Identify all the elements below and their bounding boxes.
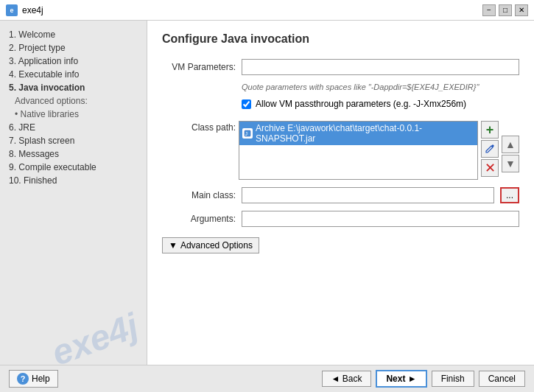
main-class-row: Main class: ... bbox=[162, 187, 519, 203]
remove-classpath-button[interactable]: ✕ bbox=[481, 159, 499, 177]
move-down-button[interactable]: ▼ bbox=[502, 155, 519, 172]
sidebar-item-app-info[interactable]: 3. Application info bbox=[6, 55, 141, 68]
advanced-options-section: ▼ Advanced Options bbox=[162, 237, 519, 253]
maximize-button[interactable]: □ bbox=[499, 4, 512, 16]
classpath-item-label: Archive E:\javawork\chat\target\chat-0.0… bbox=[256, 123, 474, 144]
main-class-input[interactable] bbox=[242, 187, 494, 203]
page-title: Configure Java invocation bbox=[162, 32, 519, 46]
vm-passthrough-row: Allow VM passthrough parameters (e.g. -J… bbox=[242, 99, 519, 109]
help-icon: ? bbox=[17, 373, 29, 385]
back-button[interactable]: ◄ Back bbox=[322, 371, 372, 387]
edit-classpath-button[interactable] bbox=[481, 140, 499, 158]
vm-params-row: VM Parameters: bbox=[162, 59, 519, 75]
arguments-row: Arguments: bbox=[162, 211, 519, 227]
sidebar-item-project-type[interactable]: 2. Project type bbox=[6, 41, 141, 55]
arguments-input[interactable] bbox=[242, 211, 519, 227]
move-up-button[interactable]: ▲ bbox=[502, 136, 519, 153]
main-class-label: Main class: bbox=[162, 190, 236, 200]
cancel-button[interactable]: Cancel bbox=[479, 371, 525, 387]
help-label: Help bbox=[32, 374, 50, 384]
close-button[interactable]: ✕ bbox=[515, 4, 528, 16]
title-bar: e exe4j − □ ✕ bbox=[0, 0, 534, 21]
add-classpath-button[interactable]: + bbox=[481, 121, 499, 139]
title-bar-left: e exe4j bbox=[6, 4, 43, 16]
minimize-button[interactable]: − bbox=[482, 4, 496, 16]
classpath-item[interactable]: J Archive E:\javawork\chat\target\chat-0… bbox=[239, 122, 477, 145]
sidebar-item-exe-info[interactable]: 4. Executable info bbox=[6, 68, 141, 81]
classpath-list[interactable]: J Archive E:\javawork\chat\target\chat-0… bbox=[239, 121, 478, 180]
title-bar-controls: − □ ✕ bbox=[482, 4, 528, 16]
vm-params-input[interactable] bbox=[242, 59, 519, 75]
finish-button[interactable]: Finish bbox=[432, 371, 474, 387]
vm-passthrough-label: Allow VM passthrough parameters (e.g. -J… bbox=[256, 99, 466, 109]
arguments-label: Arguments: bbox=[162, 214, 236, 224]
sidebar-item-messages[interactable]: 8. Messages bbox=[6, 147, 141, 161]
sidebar-item-native-libs[interactable]: • Native libraries bbox=[6, 108, 141, 121]
sidebar-item-java-invocation[interactable]: 5. Java invocation bbox=[6, 81, 141, 94]
browse-main-class-button[interactable]: ... bbox=[500, 187, 519, 203]
up-down-buttons: ▲ ▼ bbox=[502, 136, 519, 172]
help-button[interactable]: ? Help bbox=[9, 370, 58, 388]
content-area: Configure Java invocation VM Parameters:… bbox=[147, 21, 534, 365]
bottom-bar: ? Help ◄ Back Next ► Finish Cancel bbox=[0, 365, 534, 392]
main-container: 1. Welcome 2. Project type 3. Applicatio… bbox=[0, 21, 534, 365]
app-icon: e bbox=[6, 4, 18, 16]
sidebar-item-finished[interactable]: 10. Finished bbox=[6, 174, 141, 187]
watermark: exe4j bbox=[47, 308, 142, 365]
vm-passthrough-checkbox[interactable] bbox=[242, 99, 251, 109]
sidebar: 1. Welcome 2. Project type 3. Applicatio… bbox=[0, 21, 147, 365]
classpath-buttons: + ✕ bbox=[481, 121, 499, 177]
sidebar-item-compile[interactable]: 9. Compile executable bbox=[6, 161, 141, 174]
advanced-dropdown-icon: ▼ bbox=[169, 240, 178, 251]
bottom-left: ? Help bbox=[9, 370, 58, 388]
next-button[interactable]: Next ► bbox=[376, 370, 426, 388]
advanced-options-label: Advanced Options bbox=[180, 240, 253, 251]
sidebar-advanced-options: Advanced options: bbox=[6, 94, 141, 108]
sidebar-item-splash[interactable]: 7. Splash screen bbox=[6, 134, 141, 147]
sidebar-item-welcome[interactable]: 1. Welcome bbox=[6, 28, 141, 41]
classpath-section: Class path: J Archive E:\javawork\chat\t… bbox=[162, 121, 519, 180]
classpath-label: Class path: bbox=[162, 121, 236, 133]
svg-text:J: J bbox=[245, 131, 248, 136]
sidebar-item-jre[interactable]: 6. JRE bbox=[6, 121, 141, 134]
advanced-options-button[interactable]: ▼ Advanced Options bbox=[162, 237, 259, 253]
jar-icon: J bbox=[242, 128, 253, 139]
vm-params-label: VM Parameters: bbox=[162, 62, 236, 72]
app-title: exe4j bbox=[22, 5, 43, 15]
vm-hint: Quote parameters with spaces like "-Dapp… bbox=[242, 83, 519, 91]
bottom-right: ◄ Back Next ► Finish Cancel bbox=[322, 370, 526, 388]
